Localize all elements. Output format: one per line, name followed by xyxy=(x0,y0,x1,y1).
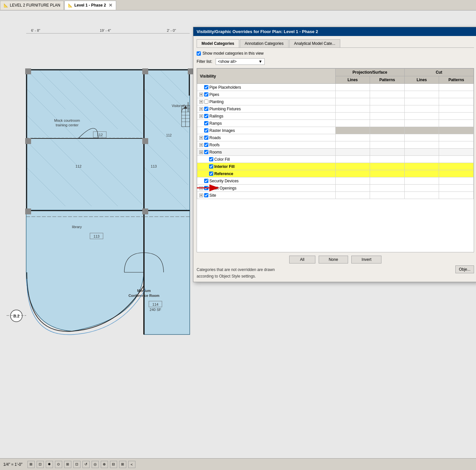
svg-text:240 SF: 240 SF xyxy=(150,308,161,312)
status-icon-circle[interactable]: ⊙ xyxy=(55,461,62,468)
dialog-title: Visibility/Graphic Overrides for Floor P… xyxy=(193,27,476,36)
table-row: + Railings xyxy=(197,113,474,120)
category-checkbox[interactable] xyxy=(204,92,208,97)
tab-annotation-categories[interactable]: Annotation Categories xyxy=(240,39,289,47)
category-checkbox[interactable] xyxy=(209,172,213,176)
svg-text:114: 114 xyxy=(152,302,158,306)
category-cell: Ramps xyxy=(199,121,333,126)
svg-text:Mock courtroom: Mock courtroom xyxy=(54,118,80,122)
status-icon-plus[interactable]: ⊕ xyxy=(101,461,108,468)
close-icon[interactable]: ✕ xyxy=(109,3,113,8)
category-cell: + Planting xyxy=(199,99,333,104)
category-checkbox[interactable] xyxy=(204,136,208,140)
tab1-label: LEVEL 2 FURNITURE PLAN xyxy=(10,3,60,8)
all-button[interactable]: All xyxy=(289,256,315,263)
status-icon-grid[interactable]: ⊞ xyxy=(27,461,35,468)
svg-text:19' - 4": 19' - 4" xyxy=(100,28,111,32)
category-checkbox[interactable] xyxy=(209,164,213,169)
show-model-text: Show model categories in this view xyxy=(203,51,264,56)
svg-rect-39 xyxy=(142,208,148,214)
annotation-arrow xyxy=(197,180,226,196)
svg-rect-38 xyxy=(142,138,148,144)
svg-rect-37 xyxy=(142,68,148,74)
svg-rect-35 xyxy=(25,138,31,144)
show-model-checkbox-label[interactable]: Show model categories in this view xyxy=(197,51,264,56)
header-cut-lines: Lines xyxy=(404,76,439,84)
table-header: Visibility Projection/Surface Cut Lines … xyxy=(197,69,474,84)
svg-text:6' - 8": 6' - 8" xyxy=(31,28,40,32)
table-row: + Shaft Openings xyxy=(197,185,474,192)
expand-icon[interactable]: + xyxy=(199,100,203,104)
tab-level1-phase2[interactable]: 📐 Level 1 - Phase 2 ✕ xyxy=(64,1,116,10)
status-icon-box[interactable]: ⊡ xyxy=(37,461,44,468)
filter-dropdown[interactable]: <show all> ▼ xyxy=(216,58,265,65)
category-cell: Interior Fill xyxy=(199,164,333,169)
svg-rect-13 xyxy=(26,210,190,211)
status-icon-grid3[interactable]: ⊡ xyxy=(73,461,80,468)
svg-rect-7 xyxy=(26,69,144,210)
category-checkbox[interactable] xyxy=(204,121,208,125)
status-icon-minus[interactable]: ⊟ xyxy=(110,461,117,468)
expand-icon[interactable]: + xyxy=(199,143,203,147)
svg-text:113: 113 xyxy=(151,164,157,168)
dialog-panel: Visibility/Graphic Overrides for Floor P… xyxy=(193,27,476,282)
category-checkbox[interactable] xyxy=(204,107,208,111)
category-checkbox[interactable] xyxy=(204,143,208,147)
status-icon-star[interactable]: ✱ xyxy=(46,461,53,468)
lines-cell[interactable] xyxy=(335,84,370,91)
expand-icon[interactable]: + xyxy=(199,136,203,140)
table-row-interior-fill: Interior Fill xyxy=(197,163,474,170)
info-row: Categories that are not overridden are d… xyxy=(197,265,474,279)
filter-value: <show all> xyxy=(218,59,237,64)
category-checkbox[interactable] xyxy=(209,157,213,161)
category-label: Pipes xyxy=(209,92,219,97)
category-checkbox[interactable] xyxy=(204,150,208,154)
header-patterns: Patterns xyxy=(370,76,405,84)
svg-rect-36 xyxy=(25,208,31,214)
category-cell: Reference xyxy=(199,172,333,176)
svg-text:112: 112 xyxy=(166,134,172,137)
category-label: Rooms xyxy=(209,150,222,154)
info-text: Categories that are not overridden are d… xyxy=(197,265,275,279)
status-icons: ⊞ ⊡ ✱ ⊙ ⊞ ⊡ ↺ ◎ ⊕ ⊟ ⊞ < xyxy=(27,461,135,468)
table-row: Ramps xyxy=(197,120,474,127)
categories-table-container[interactable]: Visibility Projection/Surface Cut Lines … xyxy=(197,68,474,252)
table-row: + Plumbing Fixtures xyxy=(197,105,474,113)
category-label: Roads xyxy=(209,136,221,140)
expand-icon[interactable]: − xyxy=(199,150,203,154)
status-icon-grid4[interactable]: ⊞ xyxy=(119,461,126,468)
status-icon-arrow[interactable]: < xyxy=(128,461,135,468)
tab-furniture-plan[interactable]: 📐 LEVEL 2 FURNITURE PLAN xyxy=(0,1,64,10)
table-body: Pipe Placeholders xyxy=(197,84,474,199)
category-cell: + Railings xyxy=(199,114,333,118)
svg-text:training center: training center xyxy=(56,123,79,127)
tab-model-categories[interactable]: Model Categories xyxy=(197,39,239,47)
category-label: Pipe Placeholders xyxy=(209,85,241,90)
status-icon-refresh[interactable]: ↺ xyxy=(82,461,90,468)
tab1-icon: 📐 xyxy=(4,3,8,8)
pattern-cell[interactable] xyxy=(370,84,405,91)
show-model-checkbox[interactable] xyxy=(197,51,201,56)
svg-text:Conference Room: Conference Room xyxy=(129,294,160,298)
category-checkbox[interactable] xyxy=(204,85,208,89)
info-text-line1: Categories that are not overridden are d… xyxy=(197,267,275,272)
category-checkbox[interactable] xyxy=(204,114,208,118)
info-text-line2: according to Object Style settings. xyxy=(197,274,275,279)
expand-icon[interactable]: + xyxy=(199,93,203,97)
categories-table: Visibility Projection/Surface Cut Lines … xyxy=(197,68,474,199)
header-lines: Lines xyxy=(335,76,370,84)
invert-button[interactable]: Invert xyxy=(351,256,381,263)
expand-icon[interactable]: + xyxy=(199,114,203,118)
none-button[interactable]: None xyxy=(319,256,348,263)
category-checkbox[interactable] xyxy=(204,99,208,104)
object-styles-button[interactable]: Obje... xyxy=(455,265,474,273)
expand-icon[interactable]: + xyxy=(199,107,203,111)
main-container: 📐 LEVEL 2 FURNITURE PLAN 📐 Level 1 - Pha… xyxy=(0,0,476,470)
category-checkbox[interactable] xyxy=(204,128,208,133)
svg-rect-8 xyxy=(144,69,190,210)
status-icon-target[interactable]: ◎ xyxy=(92,461,99,468)
category-cell: + Plumbing Fixtures xyxy=(199,107,333,111)
status-icon-grid2[interactable]: ⊞ xyxy=(64,461,71,468)
tab-analytical-model[interactable]: Analytical Model Cate... xyxy=(289,39,340,47)
header-cut-patterns: Patterns xyxy=(439,76,474,84)
